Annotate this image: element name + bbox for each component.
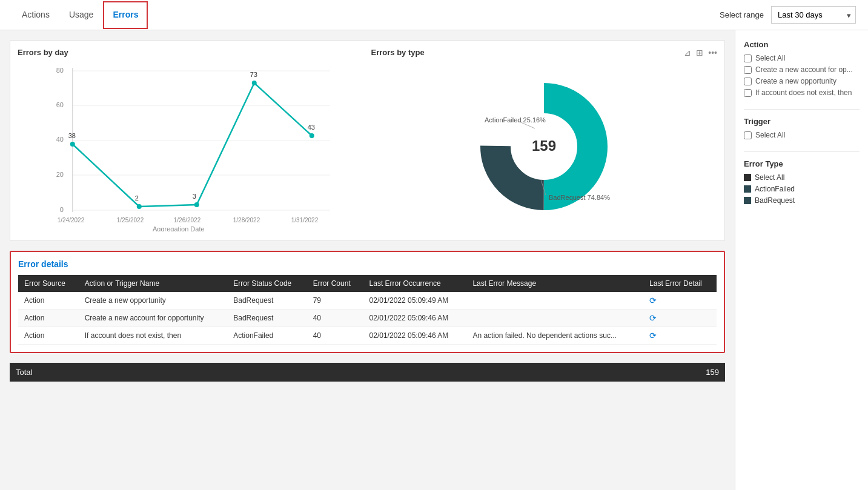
cell-error-count: 40 — [307, 327, 363, 345]
cell-error-count: 79 — [307, 292, 363, 310]
action-filter-if-account: If account does not exist, then — [744, 88, 860, 97]
col-error-count[interactable]: Error Count — [307, 275, 363, 292]
svg-text:1/31/2022: 1/31/2022 — [291, 217, 319, 223]
cell-error-status: ActionFailed — [227, 327, 306, 345]
cell-last-message: An action failed. No dependent actions s… — [466, 327, 643, 345]
total-row: Total 159 — [10, 363, 725, 382]
cell-last-occurrence: 02/01/2022 05:09:46 AM — [363, 310, 467, 327]
nav-right-controls: Select range Last 30 days — [720, 6, 856, 24]
trigger-select-all-checkbox[interactable] — [744, 131, 752, 139]
error-type-section-title: Error Type — [744, 159, 860, 168]
error-details-table: Error Source Action or Trigger Name Erro… — [18, 275, 717, 345]
expand-icon[interactable]: ⊞ — [696, 48, 703, 58]
trigger-filter-select-all: Select All — [744, 131, 860, 139]
more-icon[interactable]: ••• — [708, 48, 717, 58]
chart-toolbar: ⊿ ⊞ ••• — [684, 48, 717, 58]
svg-text:73: 73 — [250, 71, 257, 78]
right-sidebar: Action Select All Create a new account f… — [735, 30, 868, 490]
action-create-account-label: Create a new account for op... — [755, 65, 853, 74]
table-row: Action If account does not exist, then A… — [18, 327, 717, 345]
col-error-source: Error Source — [18, 275, 79, 292]
col-action-trigger: Action or Trigger Name — [79, 275, 228, 292]
table-row: Action Create a new account for opportun… — [18, 310, 717, 327]
action-create-opportunity-checkbox[interactable] — [744, 78, 752, 85]
trigger-section-title: Trigger — [744, 117, 860, 126]
cell-error-source: Action — [18, 292, 79, 310]
select-range-dropdown[interactable]: Last 30 days — [771, 6, 856, 24]
action-filter-section: Action Select All Create a new account f… — [744, 40, 860, 97]
svg-text:1/26/2022: 1/26/2022 — [174, 217, 201, 223]
svg-text:20: 20 — [56, 171, 64, 178]
svg-text:80: 80 — [56, 67, 64, 74]
cell-error-status: BadRequest — [227, 292, 306, 310]
total-label: Total — [16, 368, 706, 377]
nav-usage[interactable]: Usage — [59, 1, 103, 29]
cell-last-occurrence: 02/01/2022 05:09:49 AM — [363, 292, 467, 310]
main-content: ⊿ ⊞ ••• Errors by day 80 60 40 20 0 — [0, 30, 735, 490]
action-if-account-checkbox[interactable] — [744, 89, 752, 97]
cell-last-detail[interactable]: ⟳ — [643, 327, 717, 345]
svg-text:1/25/2022: 1/25/2022 — [117, 217, 144, 223]
error-type-bad-request-label: BadRequest — [755, 196, 795, 205]
error-type-select-all-color — [744, 174, 751, 181]
error-details-section: Error details Error Source Action or Tri… — [10, 251, 725, 353]
table-row: Action Create a new opportunity BadReque… — [18, 292, 717, 310]
svg-text:38: 38 — [68, 132, 76, 139]
svg-text:159: 159 — [532, 137, 556, 154]
svg-text:1/24/2022: 1/24/2022 — [58, 217, 85, 223]
detail-link-icon[interactable]: ⟳ — [649, 331, 657, 340]
col-last-message: Last Error Message — [466, 275, 643, 292]
line-chart-container: Errors by day 80 60 40 20 0 — [18, 48, 364, 233]
action-create-account-checkbox[interactable] — [744, 66, 752, 74]
svg-text:1/28/2022: 1/28/2022 — [233, 217, 260, 223]
select-range-label: Select range — [720, 10, 764, 19]
cell-error-source: Action — [18, 327, 79, 345]
cell-last-message — [466, 310, 643, 327]
cell-last-occurrence: 02/01/2022 05:09:46 AM — [363, 327, 467, 345]
cell-last-message — [466, 292, 643, 310]
nav-actions[interactable]: Actions — [12, 1, 59, 29]
action-section-title: Action — [744, 40, 860, 49]
cell-last-detail[interactable]: ⟳ — [643, 310, 717, 327]
cell-action-trigger: If account does not exist, then — [79, 327, 228, 345]
donut-chart-title: Errors by type — [371, 48, 718, 57]
svg-point-12 — [137, 204, 142, 209]
table-body: Action Create a new opportunity BadReque… — [18, 292, 717, 345]
error-type-action-failed: ActionFailed — [744, 185, 860, 193]
cell-error-source: Action — [18, 310, 79, 327]
action-filter-select-all: Select All — [744, 54, 860, 62]
svg-text:0: 0 — [60, 206, 64, 213]
action-create-opportunity-label: Create a new opportunity — [755, 77, 837, 85]
detail-link-icon[interactable]: ⟳ — [649, 296, 657, 305]
error-type-select-all-label: Select All — [755, 173, 784, 182]
col-last-occurrence: Last Error Occurrence — [363, 275, 467, 292]
svg-text:60: 60 — [56, 101, 64, 108]
cell-last-detail[interactable]: ⟳ — [643, 292, 717, 310]
action-if-account-label: If account does not exist, then — [755, 88, 852, 97]
line-chart-title: Errors by day — [18, 48, 364, 57]
cell-action-trigger: Create a new opportunity — [79, 292, 228, 310]
cell-error-count: 40 — [307, 310, 363, 327]
nav-tabs: Actions Usage Errors — [12, 1, 148, 29]
trigger-select-all-label: Select All — [755, 131, 785, 139]
filter-icon[interactable]: ⊿ — [684, 48, 691, 58]
action-filter-create-account: Create a new account for op... — [744, 65, 860, 74]
col-error-status: Error Status Code — [227, 275, 306, 292]
error-type-bad-request-color — [744, 197, 751, 204]
error-details-title: Error details — [18, 259, 717, 269]
charts-row: ⊿ ⊞ ••• Errors by day 80 60 40 20 0 — [10, 40, 725, 241]
cell-error-status: BadRequest — [227, 310, 306, 327]
line-chart-svg: 80 60 40 20 0 — [18, 62, 364, 231]
total-value: 159 — [706, 368, 719, 377]
action-select-all-label: Select All — [755, 54, 785, 62]
error-type-action-failed-label: ActionFailed — [755, 185, 795, 193]
error-type-action-failed-color — [744, 185, 751, 193]
trigger-filter-section: Trigger Select All — [744, 117, 860, 139]
action-select-all-checkbox[interactable] — [744, 55, 752, 62]
svg-point-13 — [194, 202, 199, 207]
detail-link-icon[interactable]: ⟳ — [649, 313, 657, 323]
nav-errors[interactable]: Errors — [103, 1, 148, 29]
svg-text:3: 3 — [193, 193, 196, 200]
error-type-filter-section: Error Type Select All ActionFailed BadRe… — [744, 159, 860, 205]
svg-point-11 — [70, 142, 75, 147]
